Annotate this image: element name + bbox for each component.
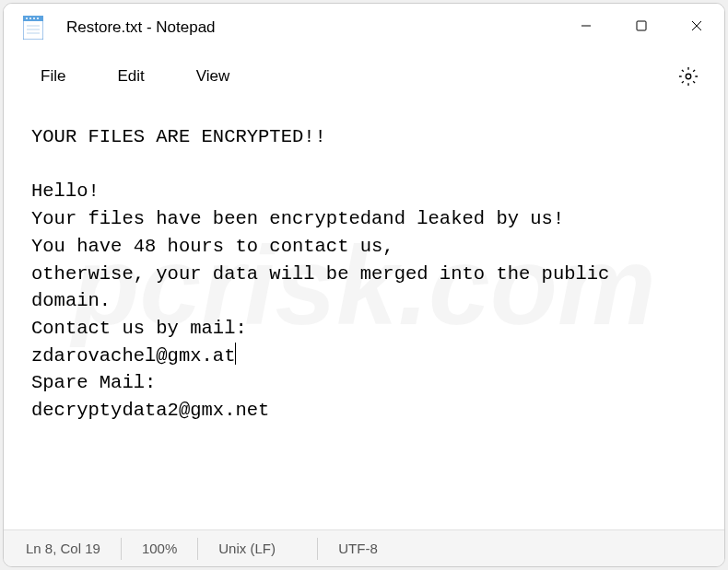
window-controls	[558, 4, 724, 52]
text-line: Contact us by mail:	[31, 318, 247, 339]
text-line: You have 48 hours to contact us,	[31, 236, 394, 257]
notepad-window: pcrisk.com Restore.txt - Notepad	[3, 3, 725, 567]
text-line: Your files have been encryptedand leaked…	[31, 208, 564, 229]
text-cursor	[235, 343, 236, 365]
text-line: decryptydata2@gmx.net	[31, 400, 269, 421]
notepad-icon	[22, 15, 44, 41]
text-line: YOUR FILES ARE ENCRYPTED!!	[31, 126, 326, 147]
status-cursor-position: Ln 8, Col 19	[22, 538, 122, 560]
svg-point-5	[37, 17, 39, 19]
window-title: Restore.txt - Notepad	[66, 18, 558, 37]
menu-file[interactable]: File	[20, 58, 86, 95]
svg-point-3	[29, 17, 31, 19]
statusbar: Ln 8, Col 19 100% Unix (LF) UTF-8	[4, 529, 724, 566]
svg-point-2	[26, 17, 28, 19]
text-line: otherwise, your data will be merged into…	[31, 263, 621, 312]
svg-point-13	[686, 74, 691, 79]
svg-point-4	[33, 17, 35, 19]
text-line: Spare Mail:	[31, 372, 156, 393]
svg-rect-10	[637, 21, 646, 30]
text-line: zdarovachel@gmx.at	[31, 345, 235, 366]
status-zoom[interactable]: 100%	[122, 538, 198, 560]
text-line: Hello!	[31, 180, 100, 202]
close-button[interactable]	[669, 4, 724, 48]
titlebar: Restore.txt - Notepad	[4, 4, 724, 52]
minimize-button[interactable]	[558, 4, 614, 48]
status-encoding: UTF-8	[318, 538, 438, 560]
menu-view[interactable]: View	[176, 58, 251, 95]
maximize-button[interactable]	[614, 4, 669, 48]
menu-edit[interactable]: Edit	[97, 58, 164, 95]
settings-button[interactable]	[665, 58, 711, 95]
status-line-ending: Unix (LF)	[198, 538, 318, 560]
text-editor[interactable]: YOUR FILES ARE ENCRYPTED!! Hello! Your f…	[4, 101, 724, 529]
menubar: File Edit View	[4, 52, 724, 101]
